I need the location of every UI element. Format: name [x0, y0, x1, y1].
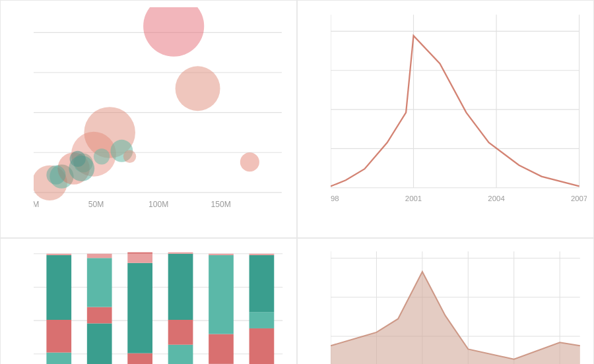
dashboard: 0M 10M 20M 30M 40M 0M 50M 100M 150M: [0, 0, 594, 364]
bar-3: [127, 253, 152, 364]
line-chart-line: [331, 36, 579, 186]
svg-rect-47: [46, 255, 71, 320]
bubble: [176, 66, 220, 111]
svg-rect-45: [46, 353, 71, 364]
svg-rect-48: [46, 254, 71, 255]
svg-text:2001: 2001: [405, 195, 422, 202]
svg-rect-52: [87, 258, 112, 307]
svg-rect-57: [127, 263, 152, 353]
svg-rect-69: [209, 254, 234, 255]
svg-rect-63: [168, 254, 193, 320]
svg-rect-62: [168, 320, 193, 345]
svg-rect-58: [127, 254, 152, 263]
svg-text:1998: 1998: [331, 195, 339, 202]
bubble: [46, 166, 65, 185]
bubble: [240, 152, 259, 171]
bar-2: [87, 254, 112, 364]
area-chart-fill: [331, 272, 580, 364]
svg-rect-46: [46, 320, 71, 353]
svg-text:100M: 100M: [148, 200, 168, 209]
svg-rect-72: [249, 312, 275, 328]
svg-rect-53: [87, 254, 112, 258]
stacked-bar-chart-svg: 0 % 20 % 40 % 60 % 80 % 100 %: [34, 245, 290, 364]
bar-1: [46, 254, 71, 364]
svg-text:0M: 0M: [34, 200, 39, 209]
area-chart-svg: 3600 3800 4000 4200 Jan Mar Jun Aug Oct …: [331, 245, 587, 364]
svg-text:150M: 150M: [211, 200, 231, 209]
bubble: [123, 150, 136, 163]
svg-rect-68: [209, 255, 234, 334]
line-chart-svg: 0 50 100 150 200 1998 2001 2004 2007: [331, 7, 587, 218]
stacked-bar-chart-panel: 0 % 20 % 40 % 60 % 80 % 100 %: [0, 238, 297, 364]
bubble: [70, 151, 86, 167]
bar-5: [209, 254, 234, 364]
svg-text:2004: 2004: [488, 195, 505, 202]
svg-rect-64: [168, 253, 193, 254]
bubble-chart-svg: 0M 10M 20M 30M 40M 0M 50M 100M 150M: [34, 7, 290, 218]
bubble-chart-panel: 0M 10M 20M 30M 40M 0M 50M 100M 150M: [0, 0, 297, 238]
svg-rect-74: [249, 254, 275, 255]
svg-rect-51: [87, 307, 112, 324]
bar-4: [168, 253, 193, 364]
area-chart-panel: 3600 3800 4000 4200 Jan Mar Jun Aug Oct …: [297, 238, 594, 364]
bubble: [94, 148, 110, 164]
svg-rect-59: [127, 253, 152, 254]
svg-text:2007: 2007: [571, 195, 587, 202]
svg-rect-50: [87, 324, 112, 364]
line-chart-panel: 0 50 100 150 200 1998 2001 2004 2007: [297, 0, 594, 238]
svg-rect-73: [249, 255, 275, 312]
bar-6: [249, 254, 275, 364]
svg-text:50M: 50M: [88, 200, 104, 209]
svg-rect-67: [209, 334, 234, 364]
svg-rect-61: [168, 345, 193, 364]
bubble: [143, 7, 204, 57]
svg-rect-71: [249, 328, 275, 364]
svg-rect-56: [127, 353, 152, 364]
